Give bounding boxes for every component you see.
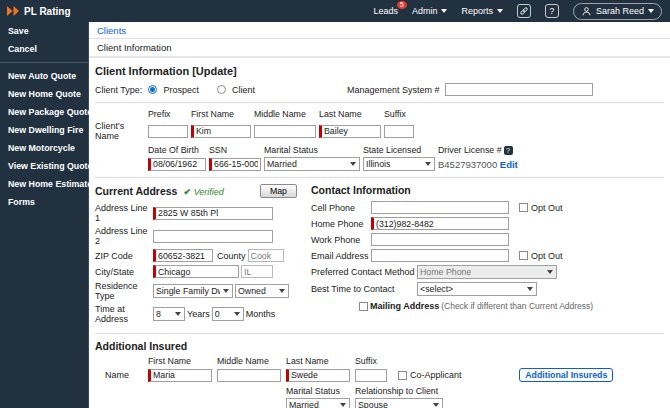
first-name-input[interactable] xyxy=(191,125,251,138)
co-applicant-checkbox[interactable] xyxy=(398,371,407,380)
client-information-form: Client Information [Update] Client Type:… xyxy=(89,58,670,408)
ai-suffix-header: Suffix xyxy=(355,356,389,366)
middle-name-input[interactable] xyxy=(254,125,316,138)
years-label: Years xyxy=(187,309,210,319)
cell-opt-out-label: Opt Out xyxy=(531,203,563,213)
cell-opt-out-checkbox[interactable] xyxy=(519,203,528,212)
divider xyxy=(95,333,664,334)
time-at-address-label: Time at Address xyxy=(95,304,151,324)
admin-menu[interactable]: Admin xyxy=(412,6,448,16)
email-address-input[interactable] xyxy=(371,249,509,262)
check-icon: ✔ xyxy=(183,187,191,197)
sidebar-item-new-home-estimate[interactable]: New Home Estimate xyxy=(0,175,88,193)
months-select[interactable]: 0 xyxy=(212,307,244,321)
leads-menu[interactable]: Leads 5 xyxy=(373,6,398,16)
reports-menu[interactable]: Reports xyxy=(461,6,503,16)
ai-name-label: Name xyxy=(95,370,145,380)
home-phone-input[interactable] xyxy=(371,217,509,230)
address-line1-label: Address Line 1 xyxy=(95,203,151,223)
chevron-down-icon xyxy=(547,270,553,274)
work-phone-input[interactable] xyxy=(371,233,509,246)
suffix-input[interactable] xyxy=(384,125,414,138)
sidebar-item-cancel[interactable]: Cancel xyxy=(0,40,88,58)
chevron-down-icon xyxy=(279,289,285,293)
residence-type-select[interactable]: Single Family Dwel xyxy=(153,284,233,298)
address-line2-input[interactable] xyxy=(153,230,273,243)
ai-first-name-input[interactable] xyxy=(148,369,212,382)
form-title: Client Information [Update] xyxy=(95,65,664,77)
ssn-header: SSN xyxy=(209,145,261,155)
ssn-input[interactable] xyxy=(209,158,261,171)
sidebar-item-new-package-quote[interactable]: New Package Quote xyxy=(0,103,88,121)
management-system-input[interactable] xyxy=(445,83,593,96)
chevron-down-icon xyxy=(350,162,356,166)
city-input[interactable] xyxy=(153,265,239,278)
email-opt-out-checkbox[interactable] xyxy=(519,251,528,260)
sidebar-divider xyxy=(0,62,88,63)
address-line1-input[interactable] xyxy=(153,207,273,220)
ai-middle-name-input[interactable] xyxy=(217,369,281,382)
sidebar-item-view-existing-quotes[interactable]: View Existing Quotes xyxy=(0,157,88,175)
chevron-down-icon xyxy=(441,9,447,13)
ai-suffix-input[interactable] xyxy=(355,369,387,382)
sidebar: Save Cancel New Auto Quote New Home Quot… xyxy=(0,22,88,408)
client-name-grid: Prefix First Name Middle Name Last Name … xyxy=(95,109,664,141)
preferred-contact-method-label: Preferred Contact Method xyxy=(311,267,415,277)
divider xyxy=(95,102,664,103)
user-menu[interactable]: Sarah Reed xyxy=(573,3,662,20)
mailing-address-note: (Check if different than Current Address… xyxy=(441,301,593,311)
mailing-address-checkbox[interactable] xyxy=(359,302,368,311)
prefix-header: Prefix xyxy=(148,109,188,119)
sidebar-item-new-dwelling-fire[interactable]: New Dwelling Fire xyxy=(0,121,88,139)
chevron-down-icon xyxy=(175,312,181,316)
top-bar: PL Rating Leads 5 Admin Reports ? xyxy=(0,0,670,22)
best-time-to-contact-select[interactable]: <select> xyxy=(417,282,537,296)
cell-phone-input[interactable] xyxy=(371,201,509,214)
license-help-icon[interactable]: ? xyxy=(504,146,513,155)
leads-label: Leads xyxy=(373,6,398,16)
best-time-to-contact-label: Best Time to Contact xyxy=(311,284,415,294)
driver-license-value: B4527937000 xyxy=(438,159,497,170)
address-line2-label: Address Line 2 xyxy=(95,226,151,246)
ai-last-name-input[interactable] xyxy=(286,369,350,382)
preferred-contact-method-select[interactable]: Home Phone xyxy=(417,265,557,279)
sidebar-item-new-motorcycle[interactable]: New Motorcycle xyxy=(0,139,88,157)
help-icon[interactable]: ? xyxy=(545,4,559,18)
prefix-input[interactable] xyxy=(148,125,188,138)
edit-license-link[interactable]: Edit xyxy=(500,159,518,170)
last-name-input[interactable] xyxy=(319,125,381,138)
chevron-down-icon xyxy=(223,289,229,293)
zip-code-input[interactable] xyxy=(153,249,213,262)
state-licensed-select[interactable]: Illinois xyxy=(363,157,435,171)
sidebar-item-new-auto-quote[interactable]: New Auto Quote xyxy=(0,67,88,85)
sidebar-item-new-home-quote[interactable]: New Home Quote xyxy=(0,85,88,103)
map-button[interactable]: Map xyxy=(260,184,297,198)
years-select[interactable]: 8 xyxy=(153,307,185,321)
contact-information-section: Contact Information Cell Phone Opt Out H… xyxy=(297,184,664,314)
co-applicant-label: Co-Applicant xyxy=(410,370,462,380)
ownership-select[interactable]: Owned xyxy=(235,284,289,298)
county-label: County xyxy=(217,251,246,261)
admin-label: Admin xyxy=(412,6,438,16)
prospect-radio[interactable] xyxy=(148,85,157,94)
main-panel: Clients Client Information Client Inform… xyxy=(88,22,670,408)
link-icon[interactable] xyxy=(517,4,531,18)
sidebar-item-save[interactable]: Save xyxy=(0,22,88,40)
ai-relationship-select[interactable]: Spouse xyxy=(355,398,443,408)
dob-input[interactable] xyxy=(148,158,206,171)
marital-status-select[interactable]: Married xyxy=(264,157,360,171)
city-state-label: City/State xyxy=(95,267,151,277)
app-logo[interactable]: PL Rating xyxy=(0,6,70,17)
breadcrumb-clients-link[interactable]: Clients xyxy=(97,25,126,36)
brand-icon xyxy=(7,6,20,16)
reports-label: Reports xyxy=(461,6,493,16)
client-radio[interactable] xyxy=(217,85,226,94)
marital-status-header: Marital Status xyxy=(264,145,360,155)
driver-license-header: Driver License #? xyxy=(438,145,664,155)
additional-insureds-button[interactable]: Additional Insureds xyxy=(519,368,613,382)
user-name: Sarah Reed xyxy=(596,6,644,16)
sidebar-item-forms[interactable]: Forms xyxy=(0,193,88,211)
ai-marital-status-select[interactable]: Married xyxy=(286,398,350,408)
additional-insured-section: Additional Insured First Name Middle Nam… xyxy=(95,340,664,408)
dob-header: Date Of Birth xyxy=(148,145,206,155)
